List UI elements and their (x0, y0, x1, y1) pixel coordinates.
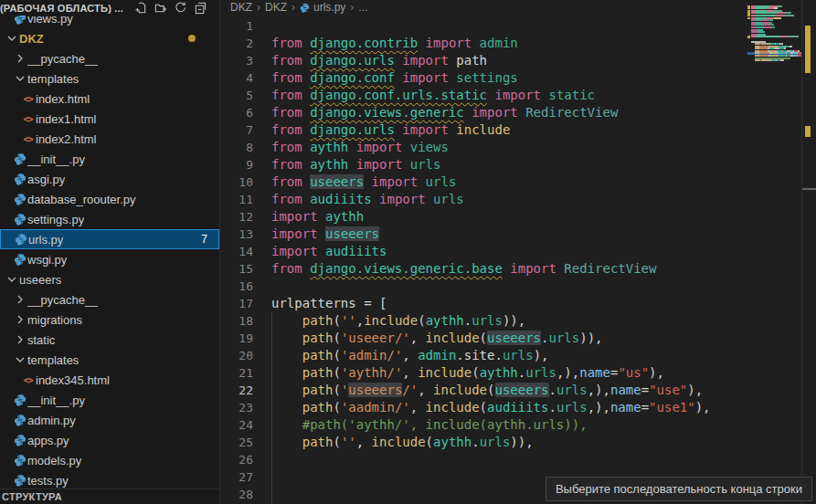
breadcrumb-item[interactable]: DKZ (230, 1, 252, 14)
tree-item-models-py[interactable]: models.py (0, 450, 219, 470)
code-line[interactable]: 3from django.urls import path (220, 52, 747, 69)
code-line[interactable]: 22 path('useeers/', include(useeers.urls… (220, 382, 747, 399)
tree-item-asgi-py[interactable]: asgi.py (0, 169, 219, 189)
line-number[interactable]: 9 (220, 158, 253, 172)
new-folder-icon[interactable] (153, 1, 167, 16)
line-number[interactable]: 24 (220, 418, 253, 432)
breadcrumb-item[interactable]: ... (358, 1, 367, 14)
workspace-title: (РАБОЧАЯ ОБЛАСТЬ) ... (0, 3, 123, 14)
tree-item-templates[interactable]: templates (0, 350, 219, 370)
code-line[interactable]: 24 #path('aythh/', include(aythh.urls)), (220, 416, 747, 434)
line-number[interactable]: 14 (220, 245, 253, 258)
chevron-down-icon[interactable] (4, 31, 19, 46)
code-line[interactable]: 15from django.views.generic.base import … (220, 260, 747, 278)
breadcrumb-item[interactable]: urls.py (300, 1, 345, 14)
line-number[interactable]: 7 (220, 123, 253, 137)
line-number[interactable]: 5 (220, 89, 253, 102)
code-line[interactable]: 18 path('',include(aythh.urls)), (220, 312, 747, 330)
code-area[interactable]: 12from django.contrib import admin3from … (220, 15, 747, 504)
line-number[interactable]: 22 (220, 383, 253, 397)
line-number[interactable]: 6 (220, 106, 253, 120)
line-number[interactable]: 20 (220, 349, 253, 362)
tree-item-admin-py[interactable]: admin.py (0, 410, 219, 430)
code-line[interactable]: 4from django.conf import settings (220, 69, 747, 87)
tree-item-useeers[interactable]: useeers (0, 269, 219, 289)
tree-item-index1-html[interactable]: <>index1.html (0, 109, 219, 129)
line-number[interactable]: 27 (220, 470, 253, 484)
tree-item-migrations[interactable]: migrations (0, 310, 219, 330)
code-line[interactable]: 14import audiiits (220, 243, 747, 260)
tree-item-apps-py[interactable]: apps.py (0, 430, 219, 450)
code-line[interactable]: 6from django.views.generic import Redire… (220, 104, 747, 121)
tree-item-index-html[interactable]: <>index.html (0, 89, 219, 109)
code-line[interactable]: 26 (220, 451, 747, 468)
code-line[interactable]: 11from audiiits import urls (220, 191, 747, 208)
tree-item--init-py[interactable]: __init__.py (0, 149, 219, 169)
tree-item-urls-py[interactable]: urls.py7 (0, 229, 219, 249)
tree-item-tests-py[interactable]: tests.py (0, 470, 219, 490)
line-number[interactable]: 10 (220, 175, 253, 189)
code-line[interactable]: 10from useeers import urls (220, 173, 747, 191)
line-number[interactable]: 2 (220, 37, 253, 50)
code-line[interactable]: 8from aythh import views (220, 139, 747, 156)
code-line[interactable]: 1 (220, 17, 747, 35)
tree-item-index2-html[interactable]: <>index2.html (0, 129, 219, 149)
line-number[interactable]: 25 (220, 436, 253, 449)
chevron-down-icon[interactable] (12, 352, 27, 367)
line-number[interactable]: 8 (220, 141, 253, 154)
code-line[interactable]: 25 path('', include(aythh.urls)), (220, 434, 747, 451)
chevron-right-icon[interactable] (12, 332, 27, 347)
chevron-down-icon[interactable] (12, 71, 27, 86)
code-line[interactable]: 23 path('aadmin/', include(audiiits.urls… (220, 399, 747, 416)
line-number[interactable]: 28 (220, 488, 253, 501)
code-line[interactable]: 2from django.contrib import admin (220, 35, 747, 52)
code-line[interactable]: 16 (220, 278, 747, 295)
line-number[interactable]: 23 (220, 401, 253, 415)
chevron-down-icon[interactable] (4, 272, 19, 287)
code-line[interactable]: 13import useeers (220, 226, 747, 243)
line-number[interactable]: 3 (220, 54, 253, 68)
tree-item-wsgi-py[interactable]: wsgi.py (0, 249, 219, 269)
line-number[interactable]: 4 (220, 71, 253, 85)
line-number[interactable]: 18 (220, 314, 253, 328)
code-line[interactable]: 7from django.urls import include (220, 121, 747, 139)
chevron-right-icon[interactable] (12, 292, 27, 307)
code-line[interactable]: 19 path('useeer/', include(useeers.urls)… (220, 330, 747, 347)
code-line[interactable]: 9from aythh import urls (220, 156, 747, 173)
workspace-section-header[interactable]: (РАБОЧАЯ ОБЛАСТЬ) ... (0, 0, 219, 16)
line-number[interactable]: 15 (220, 262, 253, 276)
tree-item-index345-html[interactable]: <>index345.html (0, 370, 219, 390)
refresh-icon[interactable] (173, 1, 187, 16)
breadcrumb-item[interactable]: DKZ (265, 1, 287, 14)
code-line[interactable]: 5from django.conf.urls.static import sta… (220, 87, 747, 104)
line-number[interactable]: 13 (220, 227, 253, 241)
new-file-icon[interactable] (132, 1, 147, 16)
code-line[interactable]: 12import aythh (220, 208, 747, 226)
line-number[interactable]: 11 (220, 193, 253, 206)
line-number[interactable]: 1 (220, 19, 253, 33)
line-number[interactable]: 12 (220, 210, 253, 224)
line-number[interactable]: 26 (220, 453, 253, 467)
tree-item-dkz[interactable]: DKZ (0, 28, 219, 48)
overview-ruler[interactable] (801, 0, 816, 504)
line-number[interactable]: 21 (220, 366, 253, 380)
tree-item--pycache-[interactable]: __pycache__ (0, 289, 219, 310)
chevron-right-icon[interactable] (12, 51, 27, 66)
code-line[interactable]: 20 path('admin/', admin.site.urls), (220, 347, 747, 364)
tree-item-settings-py[interactable]: settings.py (0, 209, 219, 229)
tree-item--init-py[interactable]: __init__.py (0, 390, 219, 410)
tree-item-static[interactable]: static (0, 330, 219, 350)
code-line[interactable]: 21 path('aythh/', include(aythh.urls,),n… (220, 364, 747, 382)
tree-item-templates[interactable]: templates (0, 68, 219, 89)
collapse-folders-icon[interactable] (193, 1, 207, 16)
line-number[interactable]: 17 (220, 297, 253, 310)
tree-item--pycache-[interactable]: __pycache__ (0, 48, 219, 68)
line-number[interactable]: 19 (220, 331, 253, 345)
breadcrumb[interactable]: DKZ›DKZ›urls.py›... (220, 0, 816, 15)
line-number[interactable]: 16 (220, 279, 253, 293)
minimap[interactable] (747, 0, 802, 504)
code-line[interactable]: 17urlpatterns = [ (220, 295, 747, 312)
outline-section-header[interactable]: СТРУКТУРА (0, 488, 220, 504)
chevron-right-icon[interactable] (12, 312, 27, 327)
tree-item-database-roouter-py[interactable]: database_roouter.py (0, 189, 219, 209)
